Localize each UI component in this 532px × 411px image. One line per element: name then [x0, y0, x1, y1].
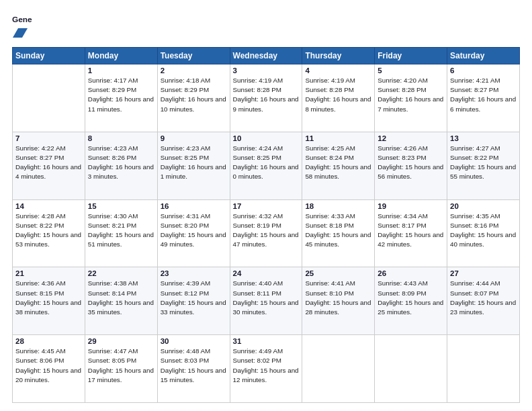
day-number: 13 [450, 134, 517, 142]
day-number: 29 [88, 337, 154, 345]
day-number: 24 [233, 269, 300, 277]
cell-details: Sunrise: 4:44 AMSunset: 8:07 PMDaylight:… [450, 279, 517, 317]
cell-details: Sunrise: 4:19 AMSunset: 8:28 PMDaylight:… [305, 76, 371, 114]
day-number: 6 [450, 66, 517, 75]
calendar-week-5: 28Sunrise: 4:45 AMSunset: 8:06 PMDayligh… [13, 335, 520, 403]
day-number: 15 [88, 202, 154, 210]
calendar-cell: 31Sunrise: 4:49 AMSunset: 8:02 PMDayligh… [230, 335, 302, 403]
day-number: 19 [378, 202, 444, 210]
calendar-cell: 26Sunrise: 4:43 AMSunset: 8:09 PMDayligh… [375, 267, 447, 335]
weekday-tuesday: Tuesday [157, 48, 230, 64]
cell-details: Sunrise: 4:45 AMSunset: 8:06 PMDaylight:… [15, 347, 82, 385]
cell-details: Sunrise: 4:38 AMSunset: 8:14 PMDaylight:… [88, 279, 154, 317]
calendar-cell: 22Sunrise: 4:38 AMSunset: 8:14 PMDayligh… [85, 267, 157, 335]
cell-details: Sunrise: 4:48 AMSunset: 8:03 PMDaylight:… [161, 347, 227, 385]
cell-details: Sunrise: 4:39 AMSunset: 8:12 PMDaylight:… [161, 279, 227, 317]
calendar-cell: 13Sunrise: 4:27 AMSunset: 8:22 PMDayligh… [447, 132, 520, 199]
calendar-cell [13, 64, 85, 132]
calendar-cell: 18Sunrise: 4:33 AMSunset: 8:18 PMDayligh… [302, 199, 375, 267]
weekday-sunday: Sunday [13, 48, 85, 64]
weekday-saturday: Saturday [447, 48, 520, 64]
calendar-cell: 14Sunrise: 4:28 AMSunset: 8:22 PMDayligh… [13, 199, 85, 267]
cell-details: Sunrise: 4:49 AMSunset: 8:02 PMDaylight:… [233, 347, 300, 385]
day-number: 22 [88, 269, 154, 277]
calendar-table: SundayMondayTuesdayWednesdayThursdayFrid… [12, 47, 520, 403]
cell-details: Sunrise: 4:34 AMSunset: 8:17 PMDaylight:… [378, 212, 444, 250]
day-number: 3 [233, 66, 300, 75]
day-number: 28 [15, 337, 82, 345]
calendar-cell: 12Sunrise: 4:26 AMSunset: 8:23 PMDayligh… [375, 132, 447, 199]
calendar-cell: 5Sunrise: 4:20 AMSunset: 8:28 PMDaylight… [375, 64, 447, 132]
cell-details: Sunrise: 4:40 AMSunset: 8:11 PMDaylight:… [233, 279, 300, 317]
cell-details: Sunrise: 4:28 AMSunset: 8:22 PMDaylight:… [15, 212, 82, 250]
calendar-cell: 10Sunrise: 4:24 AMSunset: 8:25 PMDayligh… [230, 132, 302, 199]
cell-details: Sunrise: 4:18 AMSunset: 8:29 PMDaylight:… [161, 76, 227, 114]
weekday-monday: Monday [85, 48, 157, 64]
day-number: 10 [233, 134, 300, 142]
svg-marker-1 [13, 28, 28, 38]
calendar-cell: 2Sunrise: 4:18 AMSunset: 8:29 PMDaylight… [157, 64, 230, 132]
cell-details: Sunrise: 4:41 AMSunset: 8:10 PMDaylight:… [305, 279, 371, 317]
calendar-cell: 8Sunrise: 4:23 AMSunset: 8:26 PMDaylight… [85, 132, 157, 199]
day-number: 1 [88, 66, 154, 75]
page: General SundayMondayTuesdayWednesdayThur… [0, 0, 532, 411]
cell-details: Sunrise: 4:21 AMSunset: 8:27 PMDaylight:… [450, 76, 517, 114]
calendar-cell: 27Sunrise: 4:44 AMSunset: 8:07 PMDayligh… [447, 267, 520, 335]
day-number: 14 [15, 202, 82, 210]
weekday-friday: Friday [375, 48, 447, 64]
cell-details: Sunrise: 4:47 AMSunset: 8:05 PMDaylight:… [88, 347, 154, 385]
day-number: 31 [233, 337, 300, 345]
weekday-thursday: Thursday [302, 48, 375, 64]
cell-details: Sunrise: 4:27 AMSunset: 8:22 PMDaylight:… [450, 144, 517, 182]
calendar-week-4: 21Sunrise: 4:36 AMSunset: 8:15 PMDayligh… [13, 267, 520, 335]
calendar-cell: 6Sunrise: 4:21 AMSunset: 8:27 PMDaylight… [447, 64, 520, 132]
day-number: 23 [161, 269, 227, 277]
day-number: 7 [15, 134, 82, 142]
calendar-cell: 17Sunrise: 4:32 AMSunset: 8:19 PMDayligh… [230, 199, 302, 267]
calendar-week-3: 14Sunrise: 4:28 AMSunset: 8:22 PMDayligh… [13, 199, 520, 267]
cell-details: Sunrise: 4:23 AMSunset: 8:25 PMDaylight:… [161, 144, 227, 182]
day-number: 26 [378, 269, 444, 277]
logo-icon: General [12, 13, 32, 26]
calendar-cell: 1Sunrise: 4:17 AMSunset: 8:29 PMDaylight… [85, 64, 157, 132]
calendar-week-2: 7Sunrise: 4:22 AMSunset: 8:27 PMDaylight… [13, 132, 520, 199]
day-number: 27 [450, 269, 517, 277]
calendar-cell: 25Sunrise: 4:41 AMSunset: 8:10 PMDayligh… [302, 267, 375, 335]
day-number: 18 [305, 202, 371, 210]
cell-details: Sunrise: 4:32 AMSunset: 8:19 PMDaylight:… [233, 212, 300, 250]
day-number: 12 [378, 134, 444, 142]
cell-details: Sunrise: 4:25 AMSunset: 8:24 PMDaylight:… [305, 144, 371, 182]
cell-details: Sunrise: 4:26 AMSunset: 8:23 PMDaylight:… [378, 144, 444, 182]
calendar-cell: 20Sunrise: 4:35 AMSunset: 8:16 PMDayligh… [447, 199, 520, 267]
cell-details: Sunrise: 4:36 AMSunset: 8:15 PMDaylight:… [15, 279, 82, 317]
day-number: 21 [15, 269, 82, 277]
calendar-cell [302, 335, 375, 403]
day-number: 30 [161, 337, 227, 345]
calendar-cell: 11Sunrise: 4:25 AMSunset: 8:24 PMDayligh… [302, 132, 375, 199]
day-number: 4 [305, 66, 371, 75]
weekday-header-row: SundayMondayTuesdayWednesdayThursdayFrid… [13, 48, 520, 64]
calendar-cell: 21Sunrise: 4:36 AMSunset: 8:15 PMDayligh… [13, 267, 85, 335]
calendar-cell: 23Sunrise: 4:39 AMSunset: 8:12 PMDayligh… [157, 267, 230, 335]
calendar-cell: 15Sunrise: 4:30 AMSunset: 8:21 PMDayligh… [85, 199, 157, 267]
cell-details: Sunrise: 4:33 AMSunset: 8:18 PMDaylight:… [305, 212, 371, 250]
header: General [12, 12, 520, 40]
cell-details: Sunrise: 4:23 AMSunset: 8:26 PMDaylight:… [88, 144, 154, 182]
cell-details: Sunrise: 4:24 AMSunset: 8:25 PMDaylight:… [233, 144, 300, 182]
day-number: 5 [378, 66, 444, 75]
calendar-cell: 9Sunrise: 4:23 AMSunset: 8:25 PMDaylight… [157, 132, 230, 199]
logo-wave-icon [13, 26, 28, 40]
calendar-cell: 7Sunrise: 4:22 AMSunset: 8:27 PMDaylight… [13, 132, 85, 199]
cell-details: Sunrise: 4:19 AMSunset: 8:28 PMDaylight:… [233, 76, 300, 114]
day-number: 11 [305, 134, 371, 142]
calendar-week-1: 1Sunrise: 4:17 AMSunset: 8:29 PMDaylight… [13, 64, 520, 132]
day-number: 17 [233, 202, 300, 210]
calendar-cell: 28Sunrise: 4:45 AMSunset: 8:06 PMDayligh… [13, 335, 85, 403]
logo: General [12, 12, 32, 40]
calendar-cell: 16Sunrise: 4:31 AMSunset: 8:20 PMDayligh… [157, 199, 230, 267]
calendar-cell: 3Sunrise: 4:19 AMSunset: 8:28 PMDaylight… [230, 64, 302, 132]
day-number: 2 [161, 66, 227, 75]
day-number: 25 [305, 269, 371, 277]
day-number: 20 [450, 202, 517, 210]
cell-details: Sunrise: 4:35 AMSunset: 8:16 PMDaylight:… [450, 212, 517, 250]
